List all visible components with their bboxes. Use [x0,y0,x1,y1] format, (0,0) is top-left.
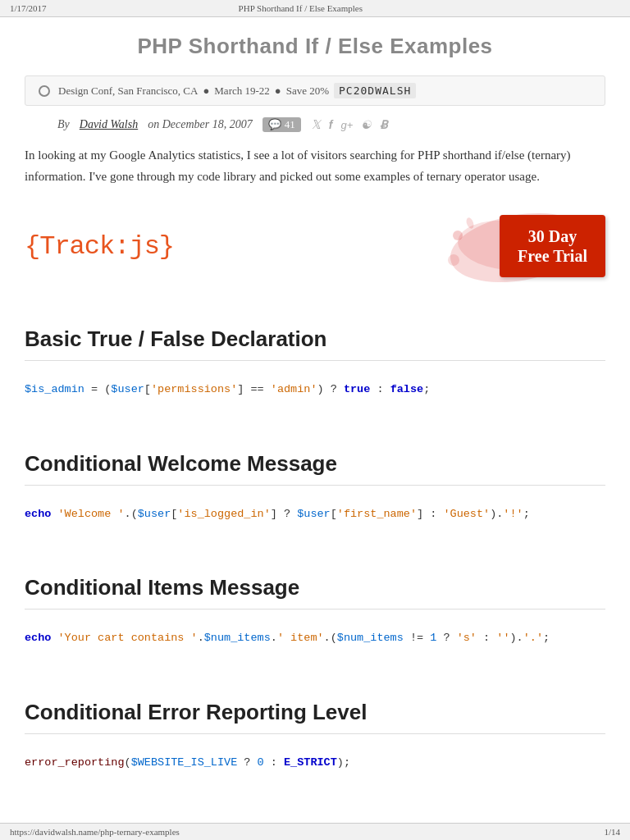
social-icons: 𝕏 f g+ ☯ Ƀ [311,117,389,132]
gplus-icon[interactable]: g+ [340,119,353,131]
comment-icon: 💬 [268,118,281,131]
section-conditional-welcome: Conditional Welcome Message echo 'Welcom… [25,435,605,540]
svg-point-2 [453,231,463,240]
page-title-section: PHP Shorthand If / Else Examples [25,17,605,69]
ad-banner[interactable]: Design Conf, San Francisco, CA ● March 1… [25,75,605,106]
browser-bar: 1/17/2017 PHP Shorthand If / Else Exampl… [0,0,630,17]
page-title: PHP Shorthand If / Else Examples [25,34,605,59]
intro-text: In looking at my Google Analytics statis… [25,145,605,187]
ad-dot2: ● [275,84,281,98]
author-name[interactable]: David Walsh [80,118,138,131]
reddit-icon[interactable]: ☯ [361,118,372,132]
bottom-bar: https://davidwalsh.name/php-ternary-exam… [0,823,630,840]
trial-line2: Free Trial [518,246,587,266]
code-block-welcome: echo 'Welcome '.($user['is_logged_in'] ?… [25,499,605,540]
twitter-icon[interactable]: 𝕏 [311,117,321,132]
author-line: By David Walsh on December 18, 2007 💬 41… [57,117,605,132]
code-block-basic: $is_admin = ($user['permissions'] == 'ad… [25,374,605,415]
trackjs-ad[interactable]: {Track:js} 30 Day Free Trial [25,207,605,285]
facebook-icon[interactable]: f [329,118,333,131]
svg-point-5 [448,254,459,266]
ad-promo-code: PC20DWALSH [334,83,416,98]
author-prefix: By [57,118,70,131]
code-block-error: error_reporting($WEBSITE_IS_LIVE ? 0 : E… [25,747,605,788]
trial-line1: 30 Day [518,226,587,246]
section-conditional-items: Conditional Items Message echo 'Your car… [25,559,605,664]
page-url: https://davidwalsh.name/php-ternary-exam… [10,827,180,837]
ad-save: Save 20% [286,84,329,98]
bitcoin-icon[interactable]: Ƀ [380,118,388,131]
comment-count-badge[interactable]: 💬 41 [262,117,301,132]
page-content: PHP Shorthand If / Else Examples Design … [0,17,630,840]
browser-title: PHP Shorthand If / Else Examples [239,3,363,13]
ad-conf-text: Design Conf, San Francisco, CA [58,84,198,98]
trackjs-logo: {Track:js} [25,231,174,262]
page-number: 1/14 [604,827,620,837]
section-conditional-error: Conditional Error Reporting Level error_… [25,683,605,788]
section-heading-error: Conditional Error Reporting Level [25,683,605,734]
section-heading-basic: Basic True / False Declaration [25,310,605,361]
ad-dot1: ● [203,84,209,98]
clock-icon [39,85,50,97]
trial-button[interactable]: 30 Day Free Trial [500,215,605,277]
code-block-items: echo 'Your cart contains '.$num_items.' … [25,623,605,664]
browser-date: 1/17/2017 [10,3,47,13]
trackjs-trial[interactable]: 30 Day Free Trial [500,215,605,277]
comment-count-num: 41 [285,118,295,131]
author-date: on December 18, 2007 [148,118,253,131]
section-heading-welcome: Conditional Welcome Message [25,435,605,486]
section-heading-items: Conditional Items Message [25,559,605,609]
section-basic-true-false: Basic True / False Declaration $is_admin… [25,310,605,415]
ad-dates: March 19-22 [214,84,270,98]
